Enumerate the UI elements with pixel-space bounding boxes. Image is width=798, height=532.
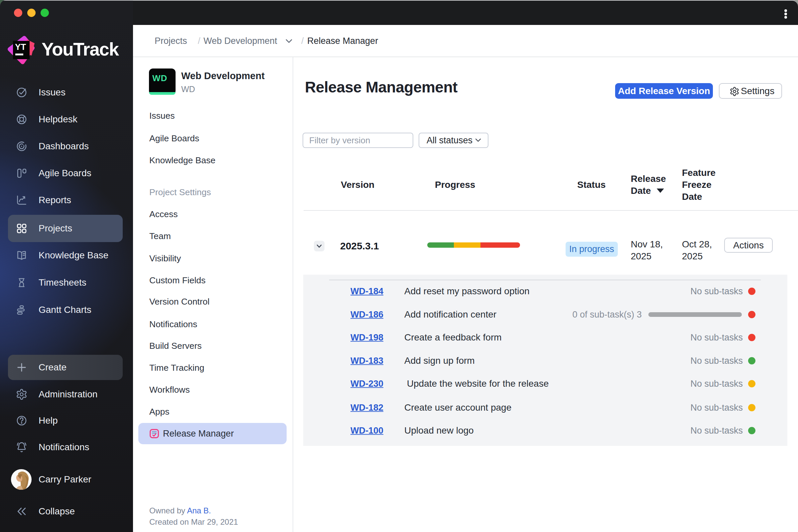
svg-text:YT: YT bbox=[15, 42, 26, 52]
